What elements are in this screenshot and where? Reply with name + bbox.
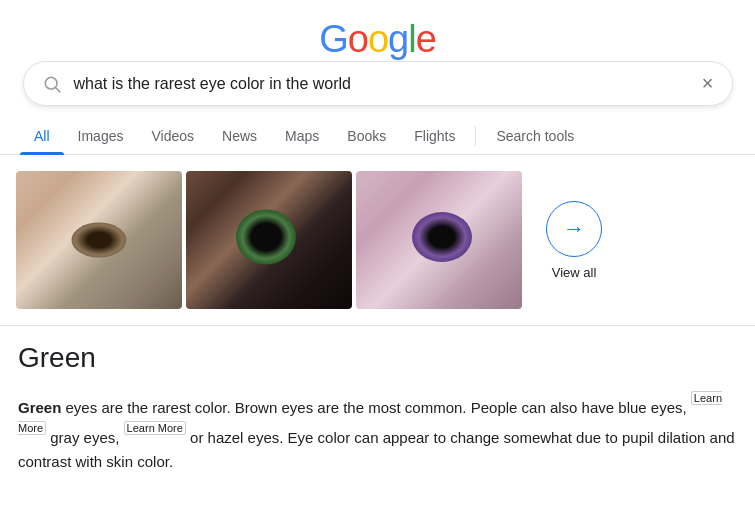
logo-l: l (408, 18, 415, 60)
clear-icon[interactable]: × (702, 72, 714, 95)
view-all-button[interactable]: → (546, 201, 602, 257)
logo-g2: g (388, 18, 408, 60)
knowledge-text-1: eyes are the rarest color. Brown eyes ar… (61, 399, 691, 416)
logo-g1: G (319, 18, 348, 60)
right-arrow-icon: → (563, 216, 585, 242)
eye-image-1[interactable] (16, 171, 182, 309)
image-results: → View all (0, 155, 755, 309)
keyword-green: Green (18, 399, 61, 416)
knowledge-section: Green Green eyes are the rarest color. B… (0, 342, 755, 492)
tab-flights[interactable]: Flights (400, 118, 469, 154)
tab-videos[interactable]: Videos (137, 118, 208, 154)
svg-point-0 (45, 77, 57, 89)
logo-o1: o (348, 18, 368, 60)
view-all-label[interactable]: View all (552, 265, 597, 280)
tab-images[interactable]: Images (64, 118, 138, 154)
search-tools-button[interactable]: Search tools (482, 118, 588, 154)
view-all-section: → View all (546, 201, 602, 280)
logo-o2: o (368, 18, 388, 60)
tab-all[interactable]: All (20, 118, 64, 154)
eye-images-group (16, 171, 522, 309)
logo-e: e (416, 18, 436, 60)
nav-tabs: All Images Videos News Maps Books Flight… (0, 118, 755, 155)
knowledge-text-2: gray eyes, (46, 429, 124, 446)
search-bar[interactable]: what is the rarest eye color in the worl… (23, 61, 733, 106)
section-divider (0, 325, 755, 326)
tab-divider (475, 126, 476, 146)
search-query: what is the rarest eye color in the worl… (74, 75, 692, 93)
learn-more-2[interactable]: Learn More (124, 421, 186, 435)
tab-news[interactable]: News (208, 118, 271, 154)
header: Google what is the rarest eye color in t… (0, 0, 755, 155)
knowledge-body: Green eyes are the rarest color. Brown e… (18, 390, 737, 474)
tab-books[interactable]: Books (333, 118, 400, 154)
search-icon (42, 74, 62, 94)
svg-line-1 (55, 87, 60, 92)
eye-image-2[interactable] (186, 171, 352, 309)
eye-image-3[interactable] (356, 171, 522, 309)
tab-maps[interactable]: Maps (271, 118, 333, 154)
knowledge-title: Green (18, 342, 737, 374)
google-logo: Google (319, 18, 436, 61)
